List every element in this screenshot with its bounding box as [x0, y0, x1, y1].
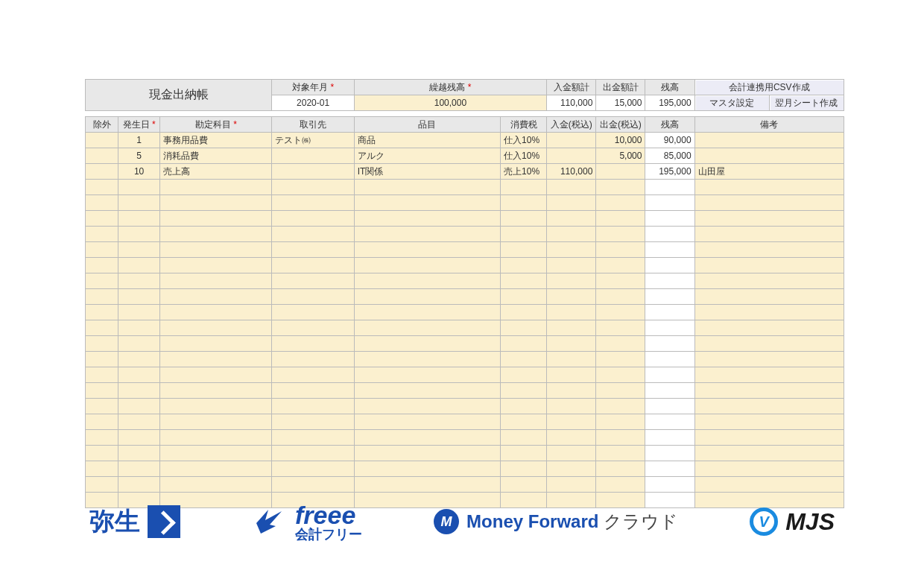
note-cell[interactable] [694, 320, 844, 336]
expense-cell[interactable] [596, 180, 645, 195]
expense-cell[interactable] [596, 446, 645, 461]
income-cell[interactable] [547, 133, 596, 148]
account-cell[interactable] [160, 258, 272, 273]
note-cell[interactable] [694, 148, 844, 164]
tax-cell[interactable]: 売上10% [501, 164, 547, 180]
note-cell[interactable] [694, 352, 844, 367]
exclude-cell[interactable] [86, 195, 118, 211]
note-cell[interactable] [694, 461, 844, 477]
item-cell[interactable] [354, 273, 500, 289]
account-cell[interactable] [160, 195, 272, 211]
note-cell[interactable] [694, 414, 844, 430]
expense-cell[interactable] [596, 227, 645, 242]
expense-cell[interactable] [596, 195, 645, 211]
tax-cell[interactable] [501, 446, 547, 461]
income-cell[interactable] [547, 461, 596, 477]
note-cell[interactable] [694, 180, 844, 195]
item-cell[interactable] [354, 383, 500, 399]
day-cell[interactable] [118, 180, 160, 195]
income-cell[interactable] [547, 195, 596, 211]
expense-cell[interactable] [596, 305, 645, 320]
exclude-cell[interactable] [86, 180, 118, 195]
income-cell[interactable] [547, 352, 596, 367]
day-cell[interactable]: 10 [118, 164, 160, 180]
exclude-cell[interactable] [86, 383, 118, 399]
vendor-cell[interactable] [272, 430, 354, 446]
income-cell[interactable]: 110,000 [547, 164, 596, 180]
note-cell[interactable] [694, 227, 844, 242]
vendor-cell[interactable] [272, 446, 354, 461]
tax-cell[interactable] [501, 367, 547, 383]
day-cell[interactable] [118, 195, 160, 211]
item-cell[interactable] [354, 180, 500, 195]
expense-cell[interactable] [596, 461, 645, 477]
item-cell[interactable] [354, 195, 500, 211]
day-cell[interactable] [118, 289, 160, 305]
income-cell[interactable] [547, 180, 596, 195]
tax-cell[interactable] [501, 414, 547, 430]
exclude-cell[interactable] [86, 305, 118, 320]
day-cell[interactable] [118, 227, 160, 242]
day-cell[interactable] [118, 305, 160, 320]
tax-cell[interactable] [501, 273, 547, 289]
income-cell[interactable] [547, 148, 596, 164]
income-cell[interactable] [547, 430, 596, 446]
item-cell[interactable] [354, 430, 500, 446]
note-cell[interactable] [694, 195, 844, 211]
vendor-cell[interactable] [272, 461, 354, 477]
exclude-cell[interactable] [86, 461, 118, 477]
exclude-cell[interactable] [86, 211, 118, 227]
day-cell[interactable] [118, 399, 160, 414]
vendor-cell[interactable] [272, 242, 354, 258]
tax-cell[interactable] [501, 180, 547, 195]
tax-cell[interactable] [501, 242, 547, 258]
expense-cell[interactable] [596, 211, 645, 227]
vendor-cell[interactable] [272, 477, 354, 493]
account-cell[interactable] [160, 273, 272, 289]
tax-cell[interactable] [501, 258, 547, 273]
account-cell[interactable] [160, 227, 272, 242]
tax-cell[interactable] [501, 320, 547, 336]
expense-cell[interactable] [596, 289, 645, 305]
target-month-input[interactable]: 2020-01 [272, 95, 354, 111]
note-cell[interactable] [694, 399, 844, 414]
vendor-cell[interactable] [272, 352, 354, 367]
note-cell[interactable] [694, 446, 844, 461]
item-cell[interactable] [354, 477, 500, 493]
tax-cell[interactable] [501, 305, 547, 320]
income-cell[interactable] [547, 446, 596, 461]
day-cell[interactable] [118, 320, 160, 336]
income-cell[interactable] [547, 289, 596, 305]
income-cell[interactable] [547, 367, 596, 383]
vendor-cell[interactable] [272, 258, 354, 273]
tax-cell[interactable] [501, 430, 547, 446]
tax-cell[interactable] [501, 477, 547, 493]
income-cell[interactable] [547, 273, 596, 289]
note-cell[interactable]: 山田屋 [694, 164, 844, 180]
vendor-cell[interactable] [272, 227, 354, 242]
item-cell[interactable]: IT関係 [354, 164, 500, 180]
master-button[interactable]: マスタ設定 [694, 95, 769, 111]
exclude-cell[interactable] [86, 430, 118, 446]
item-cell[interactable] [354, 399, 500, 414]
expense-cell[interactable]: 10,000 [596, 133, 645, 148]
exclude-cell[interactable] [86, 320, 118, 336]
item-cell[interactable]: 商品 [354, 133, 500, 148]
income-cell[interactable] [547, 320, 596, 336]
tax-cell[interactable] [501, 399, 547, 414]
expense-cell[interactable] [596, 336, 645, 352]
income-cell[interactable] [547, 211, 596, 227]
exclude-cell[interactable] [86, 258, 118, 273]
expense-cell[interactable] [596, 352, 645, 367]
expense-cell[interactable] [596, 414, 645, 430]
item-cell[interactable] [354, 414, 500, 430]
item-cell[interactable] [354, 305, 500, 320]
income-cell[interactable] [547, 242, 596, 258]
account-cell[interactable] [160, 446, 272, 461]
exclude-cell[interactable] [86, 446, 118, 461]
account-cell[interactable] [160, 211, 272, 227]
account-cell[interactable] [160, 430, 272, 446]
item-cell[interactable]: アルク [354, 148, 500, 164]
vendor-cell[interactable] [272, 367, 354, 383]
note-cell[interactable] [694, 430, 844, 446]
